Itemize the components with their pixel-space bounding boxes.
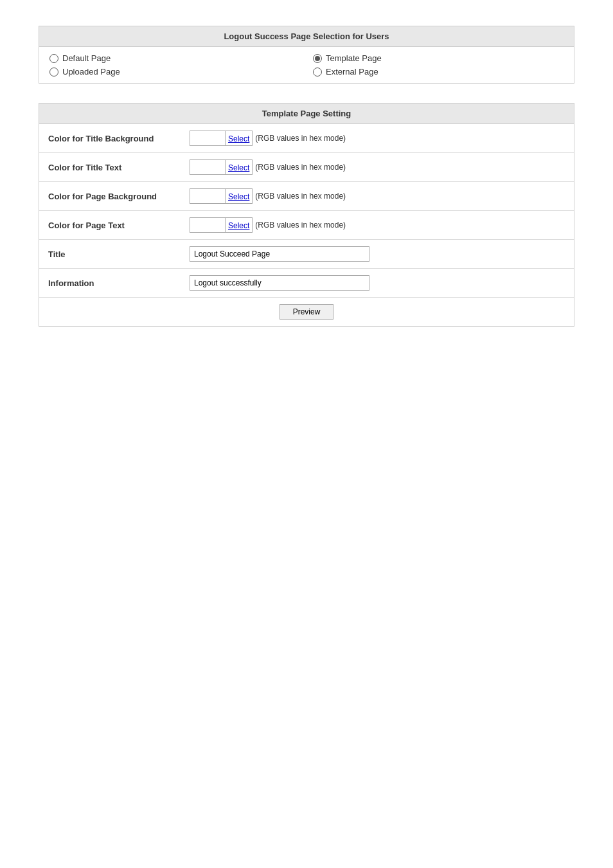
select-link-title-background[interactable]: Select [228, 134, 249, 143]
color-box-title-background[interactable]: Select [190, 131, 253, 146]
row-page-background: Color for Page Background Select (RGB va… [39, 182, 574, 211]
radio-circle-uploaded [49, 68, 58, 77]
color-swatch-title-text [190, 160, 226, 174]
row-page-text: Color for Page Text Select (RGB values i… [39, 211, 574, 240]
template-setting-box: Template Page Setting Color for Title Ba… [39, 103, 574, 327]
radio-option-default[interactable]: Default Page [49, 53, 300, 63]
color-input-page-background: Select (RGB values in hex mode) [190, 188, 565, 204]
color-input-title-background: Select (RGB values in hex mode) [190, 131, 565, 146]
color-swatch-page-background [190, 189, 226, 203]
color-input-page-text: Select (RGB values in hex mode) [190, 217, 565, 233]
hint-title-background: (RGB values in hex mode) [255, 134, 346, 143]
select-link-page-text[interactable]: Select [228, 221, 249, 230]
radio-label-template: Template Page [326, 53, 382, 63]
radio-circle-template [313, 54, 322, 63]
label-title-text: Color for Title Text [39, 153, 181, 182]
select-link-page-background[interactable]: Select [228, 192, 249, 201]
radio-option-external[interactable]: External Page [313, 67, 564, 77]
preview-button[interactable]: Preview [280, 304, 334, 320]
input-information[interactable] [190, 275, 369, 291]
row-title-text: Color for Title Text Select (RGB values … [39, 153, 574, 182]
label-title: Title [39, 240, 181, 269]
color-box-page-background[interactable]: Select [190, 188, 253, 204]
page-selection-box: Logout Success Page Selection for Users … [39, 26, 574, 84]
color-box-page-text[interactable]: Select [190, 217, 253, 233]
hint-title-text: (RGB values in hex mode) [255, 163, 346, 172]
color-box-title-text[interactable]: Select [190, 159, 253, 175]
row-information: Information [39, 269, 574, 298]
template-settings-table: Color for Title Background Select (RGB v… [39, 124, 574, 326]
color-swatch-page-text [190, 218, 226, 232]
label-page-text: Color for Page Text [39, 211, 181, 240]
radio-option-template[interactable]: Template Page [313, 53, 564, 63]
radio-label-external: External Page [326, 67, 378, 77]
row-title-background: Color for Title Background Select (RGB v… [39, 124, 574, 153]
page-selection-content: Default Page Template Page Uploaded Page… [39, 47, 574, 83]
label-title-background: Color for Title Background [39, 124, 181, 153]
label-information: Information [39, 269, 181, 298]
page-selection-header: Logout Success Page Selection for Users [39, 26, 574, 47]
color-swatch-title-background [190, 131, 226, 145]
hint-page-background: (RGB values in hex mode) [255, 192, 346, 201]
radio-circle-external [313, 68, 322, 77]
hint-page-text: (RGB values in hex mode) [255, 221, 346, 230]
select-link-title-text[interactable]: Select [228, 163, 249, 172]
radio-label-uploaded: Uploaded Page [62, 67, 120, 77]
radio-label-default: Default Page [62, 53, 111, 63]
radio-circle-default [49, 54, 58, 63]
input-title[interactable] [190, 246, 369, 262]
radio-option-uploaded[interactable]: Uploaded Page [49, 67, 300, 77]
row-title: Title [39, 240, 574, 269]
template-setting-header: Template Page Setting [39, 104, 574, 124]
color-input-title-text: Select (RGB values in hex mode) [190, 159, 565, 175]
row-preview: Preview [39, 298, 574, 327]
label-page-background: Color for Page Background [39, 182, 181, 211]
